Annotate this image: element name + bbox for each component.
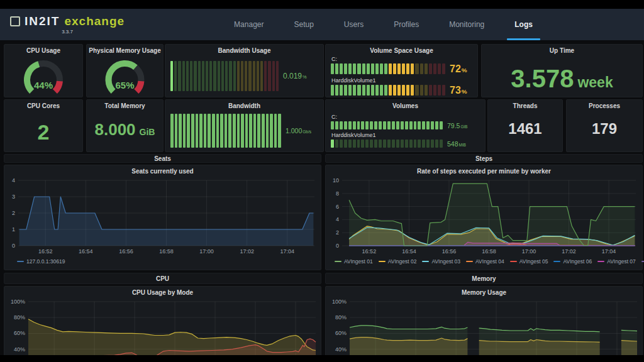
bargauge-cell [170, 114, 174, 148]
bargauge-cell [257, 61, 259, 91]
legend-item[interactable]: AVIngest 03 [422, 258, 460, 265]
legend-item[interactable]: AVIngest 04 [466, 258, 504, 265]
row-header-memory[interactable]: Memory [325, 273, 643, 284]
legend-item[interactable]: AVIngest 08 [641, 258, 644, 265]
nav-item-profiles[interactable]: Profiles [379, 9, 434, 40]
svg-text:16:52: 16:52 [362, 248, 377, 255]
svg-text:17:04: 17:04 [602, 248, 616, 255]
panel-title[interactable]: CPU Cores [4, 100, 82, 111]
seats-legend: 127.0.0.1:30619 [4, 258, 321, 265]
bargauge-cell [249, 114, 252, 148]
panel-title[interactable]: Seats currently used [4, 165, 321, 177]
bargauge-cell [340, 121, 343, 129]
memory-usage-gauge: 65% [87, 56, 163, 96]
bargauge-cell [401, 121, 404, 129]
bargauge-cell [387, 140, 391, 148]
bargauge-cell [438, 85, 441, 96]
panel-cpu-mode-chart: CPU Usage by Mode 100%80%60%40%20%0% [4, 286, 321, 362]
svg-text:16:52: 16:52 [38, 248, 53, 255]
nav-item-logs[interactable]: Logs [499, 9, 548, 40]
uptime-unit: week [577, 74, 613, 91]
legend-color-dash [597, 261, 604, 262]
panel-title[interactable]: Total Memory [87, 100, 163, 111]
panel-title[interactable]: Bandwidth [165, 100, 323, 111]
bargauge-cell [414, 121, 417, 129]
bargauge-cell [396, 140, 399, 148]
steps-chart[interactable]: 024681016:5216:5416:5616:5817:0017:0217:… [326, 177, 642, 257]
panel-title[interactable]: Up Time [482, 45, 642, 56]
legend-item[interactable]: AVIngest 07 [597, 258, 636, 265]
panel-bandwidth: Bandwidth 1.000Gb/s [165, 99, 324, 152]
bargauge-cell [426, 121, 430, 129]
bandwidth-bargauge: 1.000Gb/s [165, 111, 323, 150]
legend-item[interactable]: AVIngest 06 [553, 258, 592, 265]
bargauge-cell [331, 140, 334, 148]
panel-title[interactable]: Bandwidth Usage [165, 45, 323, 56]
bargauge-cell [433, 63, 436, 74]
legend-item[interactable]: AVIngest 05 [510, 258, 548, 265]
panel-title[interactable]: CPU Usage [4, 45, 82, 56]
cpu-cores-value: 2 [38, 120, 50, 145]
bargauge-cell [440, 140, 443, 148]
panel-title[interactable]: Rate of steps executed per minute by wor… [326, 165, 642, 177]
bargauge-cell [264, 61, 267, 91]
bargauge-cell [367, 85, 370, 96]
nav-item-setup[interactable]: Setup [279, 9, 328, 40]
bargauge-cell [361, 121, 364, 129]
bargauge-label: C: [331, 114, 480, 120]
volumes-bargauge: C:79.5GiBHarddiskVolume1548MiB [326, 111, 485, 150]
nav-item-users[interactable]: Users [329, 9, 379, 40]
threads-value: 1461 [508, 120, 541, 138]
row-header-seats[interactable]: Seats [4, 154, 321, 163]
panel-cpu-usage: CPU Usage 44% [4, 44, 83, 97]
row-header-steps[interactable]: Steps [325, 154, 643, 163]
bargauge-cell [425, 85, 428, 96]
svg-text:16:58: 16:58 [159, 248, 174, 255]
bargauge-cell [344, 85, 347, 96]
seats-chart[interactable]: 0123416:5216:5416:5616:5817:0017:0217:04 [4, 177, 321, 257]
bargauge-cell [190, 61, 192, 91]
bargauge-cell [266, 114, 269, 148]
bargauge-cell [405, 140, 408, 148]
bargauge-cell [425, 63, 428, 74]
bargauge-cell [174, 61, 177, 91]
bargauge-cell [257, 114, 260, 148]
panel-title[interactable]: Memory Usage [326, 287, 642, 298]
bargauge-cell [429, 63, 432, 74]
bargauge-cell [401, 140, 404, 148]
nav-item-manager[interactable]: Manager [219, 9, 279, 40]
svg-text:10: 10 [333, 177, 339, 184]
dashboard-page: IN2IT exchange 3.3.7 ManagerSetupUsersPr… [0, 0, 644, 362]
legend-item[interactable]: AVIngest 01 [335, 258, 373, 265]
cpu-mode-chart[interactable]: 100%80%60%40%20%0% [4, 298, 321, 362]
nav-item-monitoring[interactable]: Monitoring [434, 9, 499, 40]
legend-color-dash [17, 261, 24, 262]
bargauge-cell [179, 114, 182, 148]
legend-item[interactable]: 127.0.0.1:30619 [17, 258, 65, 265]
bargauge-cells [331, 85, 445, 96]
bargauge-label: HarddiskVolume1 [331, 132, 480, 138]
legend-label: AVIngest 07 [607, 258, 636, 265]
panel-title[interactable]: Physical Memory Usage [87, 45, 163, 56]
cpu-cores-stat: 2 [4, 120, 82, 145]
panel-title[interactable]: Threads [488, 100, 562, 111]
bargauge-cells [331, 63, 445, 74]
bargauge-cell [357, 85, 360, 96]
bargauge-cell [365, 140, 369, 148]
bargauge-cell [340, 63, 343, 74]
row-header-cpu[interactable]: CPU [4, 273, 321, 284]
bargauge-cell [415, 85, 418, 96]
bargauge-cell [225, 114, 228, 148]
panel-title[interactable]: Volumes [326, 100, 485, 111]
memory-usage-chart[interactable]: 100%80%60%40%20%0% [326, 298, 642, 362]
svg-text:100%: 100% [332, 299, 347, 305]
bargauge-cell [228, 114, 231, 148]
bargauge-cell [198, 61, 201, 91]
legend-item[interactable]: AVIngest 02 [379, 258, 417, 265]
panel-title[interactable]: Volume Space Usage [326, 45, 477, 56]
panel-title[interactable]: CPU Usage by Mode [4, 287, 321, 298]
bargauge-cell [216, 114, 219, 148]
panel-title[interactable]: Processes [567, 100, 642, 111]
app-logo[interactable]: IN2IT exchange 3.3.7 [10, 14, 125, 35]
bargauge-cells [331, 140, 443, 148]
